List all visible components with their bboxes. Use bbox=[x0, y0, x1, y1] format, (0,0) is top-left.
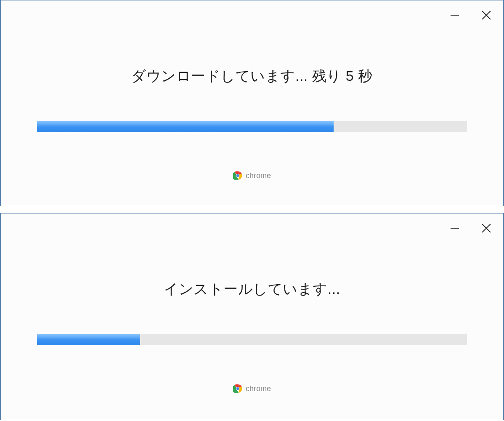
minimize-icon bbox=[451, 15, 459, 16]
chrome-branding: chrome bbox=[233, 171, 271, 180]
titlebar bbox=[1, 213, 503, 237]
close-button[interactable] bbox=[477, 5, 496, 24]
close-button[interactable] bbox=[477, 218, 496, 237]
status-text: ダウンロードしています... 残り 5 秒 bbox=[131, 67, 372, 86]
brand-label: chrome bbox=[246, 384, 271, 393]
chrome-branding: chrome bbox=[233, 384, 271, 393]
close-icon bbox=[482, 11, 491, 20]
svg-point-5 bbox=[236, 387, 239, 390]
brand-label: chrome bbox=[246, 171, 271, 180]
content-area: ダウンロードしています... 残り 5 秒 chrome bbox=[1, 24, 503, 180]
minimize-button[interactable] bbox=[445, 218, 464, 237]
close-icon bbox=[482, 224, 491, 233]
minimize-icon bbox=[451, 228, 459, 229]
chrome-icon bbox=[233, 384, 242, 393]
minimize-button[interactable] bbox=[445, 5, 464, 24]
svg-point-2 bbox=[236, 174, 239, 177]
chrome-icon bbox=[233, 171, 242, 180]
progress-fill bbox=[37, 121, 334, 132]
progress-bar bbox=[37, 334, 467, 345]
progress-bar bbox=[37, 121, 467, 132]
install-window: インストールしています... chrome bbox=[0, 213, 504, 420]
download-window: ダウンロードしています... 残り 5 秒 chrome bbox=[0, 0, 504, 206]
titlebar bbox=[1, 0, 503, 24]
status-text: インストールしています... bbox=[164, 280, 340, 299]
content-area: インストールしています... chrome bbox=[1, 237, 503, 393]
progress-fill bbox=[37, 334, 140, 345]
